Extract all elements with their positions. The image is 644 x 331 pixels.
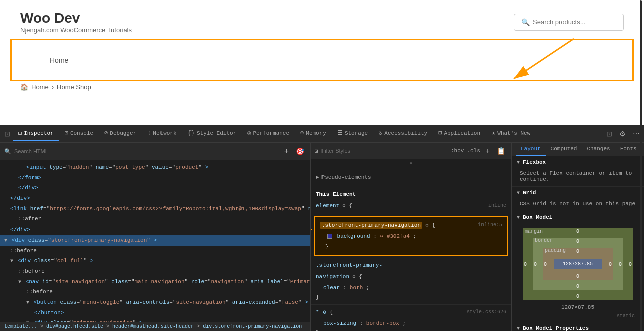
tab-storage[interactable]: ☰ Storage <box>332 126 373 141</box>
tab-inspector[interactable]: ◻ Inspector <box>13 126 59 141</box>
grid-description: CSS Grid is not in use on this page <box>520 201 635 207</box>
breadcrumb-home[interactable]: Home <box>31 83 49 91</box>
html-line: ::before <box>0 246 310 256</box>
html-line: <button class="menu-toggle" aria-control… <box>0 297 310 308</box>
gear-icon[interactable]: ⚙ <box>426 223 429 228</box>
triangle-icon[interactable]: ▼ <box>517 160 520 165</box>
css-highlighted-rule: .storefront-primary-navigation ⚙ { inlin… <box>314 216 508 256</box>
border-right: 0 <box>619 261 622 267</box>
devtools-toolbar: ⊡ ◻ Inspector ⊡ Console ⊘ Debugger ↕ Net… <box>0 125 644 143</box>
triangle-icon[interactable] <box>10 258 13 264</box>
margin-bottom: 0 <box>576 294 579 299</box>
css-pseudo-header: ▶ Pseudo-elements <box>311 171 511 184</box>
tab-debugger[interactable]: ⊘ Debugger <box>99 126 141 141</box>
tab-performance-label: Performance <box>253 130 289 136</box>
grid-section: ▼ Grid CSS Grid is not in use on this pa… <box>512 187 644 211</box>
triangle-icon[interactable]: ▼ <box>517 215 520 220</box>
html-line-selected[interactable]: <div class="storefront-primary-navigatio… <box>0 235 310 246</box>
html-line: </form> <box>0 173 310 183</box>
add-node-btn[interactable]: + <box>282 145 291 158</box>
gear-icon[interactable]: ⚙ <box>343 203 346 209</box>
css-source: inline <box>488 201 506 210</box>
tab-style-editor[interactable]: {} Style Editor <box>183 127 242 141</box>
css-prop-box-sizing: box-sizing : border-box ; <box>311 318 511 329</box>
layout-panel: Layout Computed Changes Fonts ▼ Flexbox … <box>512 143 644 331</box>
tab-performance[interactable]: ◎ Performance <box>242 126 294 141</box>
devtools-pick-element[interactable]: ⊡ <box>2 128 12 140</box>
hover-btn[interactable]: :hov <box>451 148 464 154</box>
network-icon: ↕ <box>147 130 151 137</box>
css-source: style.css:626 <box>467 308 506 316</box>
html-content[interactable]: <input type="hidden" name="post_type" va… <box>0 160 310 322</box>
html-line: </div> <box>0 193 310 204</box>
tab-memory[interactable]: ⊙ Memory <box>295 126 331 141</box>
margin-left: 0 <box>524 261 527 267</box>
html-search-input[interactable] <box>14 148 279 154</box>
padding-left: 0 <box>544 261 547 267</box>
tab-accessibility[interactable]: ♿ Accessibility <box>374 126 432 141</box>
filter-icon: ⊡ <box>315 148 318 154</box>
triangle-icon[interactable]: ▶ <box>316 173 319 182</box>
tab-application-label: Application <box>444 130 480 136</box>
html-line: </button> <box>0 308 310 318</box>
triangle-icon[interactable] <box>26 300 29 305</box>
tab-network[interactable]: ↕ Network <box>142 127 181 141</box>
layout-content[interactable]: ▼ Flexbox Select a Flex container or ite… <box>512 156 644 331</box>
tab-memory-label: Memory <box>306 130 326 136</box>
flexbox-header[interactable]: ▼ Flexbox <box>512 156 644 168</box>
tab-computed[interactable]: Computed <box>546 143 582 156</box>
css-content[interactable]: ▶ Pseudo-elements This Element element ⚙… <box>311 167 511 331</box>
tab-fonts[interactable]: Fonts <box>615 143 642 156</box>
memory-icon: ⊙ <box>300 129 304 137</box>
html-search-bar: 🔍 + 🎯 <box>0 143 310 160</box>
search-input[interactable] <box>533 18 616 26</box>
copy-styles-btn[interactable]: 📋 <box>495 145 507 157</box>
triangle-icon[interactable] <box>4 238 7 243</box>
triangle-icon[interactable]: ▼ <box>517 326 520 332</box>
html-breadcrumb: template... > div#page.hfeed.site > head… <box>0 322 310 331</box>
css-rule-close: } <box>315 241 507 253</box>
css-source: inline:5 <box>478 220 502 229</box>
home-icon: 🏠 <box>20 83 28 91</box>
nav-home[interactable]: Home <box>42 52 76 68</box>
css-selector-star: * ⚙ { style.css:626 <box>311 307 511 318</box>
pick-node-btn[interactable]: 🎯 <box>294 145 306 157</box>
css-rule-box-sizing: * ⚙ { style.css:626 box-sizing : border-… <box>311 305 511 331</box>
flexbox-section: ▼ Flexbox Select a Flex container or ite… <box>512 156 644 187</box>
console-icon: ⊡ <box>65 129 68 137</box>
cls-btn[interactable]: .cls <box>467 148 480 154</box>
devtools-settings-btn[interactable]: ⚙ <box>617 128 628 140</box>
tab-style-editor-label: Style Editor <box>197 130 236 136</box>
content-layer: 1287×87.85 <box>554 259 602 269</box>
tab-whats-new[interactable]: ★ What's New <box>487 126 535 141</box>
padding-top: 0 <box>576 249 579 254</box>
add-rule-btn[interactable]: + <box>484 145 492 157</box>
gear-icon[interactable]: ⚙ <box>353 274 356 280</box>
responsive-design-btn[interactable]: ⊡ <box>604 128 614 140</box>
search-icon: 🔍 <box>521 18 530 26</box>
css-panel: ⊡ :hov .cls + 📋 ▲ ▶ Pseudo-elements <box>311 143 512 331</box>
tab-application[interactable]: ⊞ Application <box>433 126 486 141</box>
css-this-element: This Element element ⚙ { inline <box>311 186 511 214</box>
border-label: border <box>535 238 553 243</box>
margin-top: 0 <box>576 229 579 234</box>
breadcrumb-sep: › <box>52 83 54 91</box>
grid-title: Grid <box>523 190 536 196</box>
css-prop-background: background : ↦ #302fa4 ; <box>315 231 507 242</box>
site-search[interactable]: 🔍 <box>514 14 624 31</box>
tab-layout[interactable]: Layout <box>516 143 546 156</box>
box-model-header[interactable]: ▼ Box Model <box>512 211 644 224</box>
site-title: Woo Dev Njengah.com WooCommerce Tutorial… <box>20 10 132 34</box>
box-model-props-header[interactable]: ▼ Box Model Properties <box>512 322 644 331</box>
tab-console[interactable]: ⊡ Console <box>60 126 98 141</box>
inspector-icon: ◻ <box>18 129 22 137</box>
css-filter-input[interactable] <box>321 148 448 154</box>
tab-changes[interactable]: Changes <box>582 143 615 156</box>
grid-header[interactable]: ▼ Grid <box>512 187 644 199</box>
css-selector-nav2b: navigation ⚙ { <box>311 271 511 283</box>
triangle-icon[interactable]: ▼ <box>517 190 520 196</box>
css-rule-element: element ⚙ { inline <box>311 200 511 212</box>
triangle-icon[interactable] <box>18 279 21 285</box>
margin-right: 0 <box>629 261 632 267</box>
css-selector-storefront: .storefront-primary-navigation ⚙ { inlin… <box>315 219 507 231</box>
